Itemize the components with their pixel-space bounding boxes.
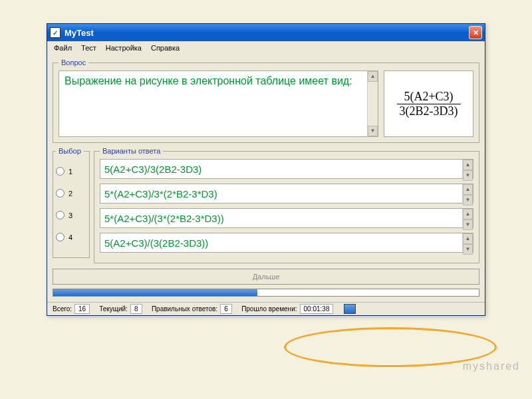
progress-bar <box>53 289 479 297</box>
answers-legend: Варианты ответа <box>100 147 163 155</box>
question-text: Выражение на рисунке в электронной табли… <box>65 75 352 86</box>
progress-fill <box>53 289 257 296</box>
status-correct-value: 6 <box>220 304 232 314</box>
scroll-down-icon[interactable]: ▼ <box>463 219 473 230</box>
status-total-label: Всего: <box>50 304 74 314</box>
answer-scrollbar-4[interactable]: ▲ ▼ <box>462 233 473 252</box>
scroll-up-icon[interactable]: ▲ <box>463 209 473 219</box>
radio-label-3: 3 <box>68 211 72 219</box>
radio-2[interactable] <box>56 189 65 198</box>
answer-text-2: 5*(A2+C3)/3*(2*B2-3*D3) <box>104 188 217 200</box>
choice-row-3[interactable]: 3 <box>56 211 86 219</box>
status-current-value: 8 <box>130 304 142 314</box>
radio-1[interactable] <box>56 167 65 176</box>
menu-help[interactable]: Справка <box>147 43 184 53</box>
app-window: ✓ MyTest ✕ Файл Тест Настройка Справка В… <box>47 23 485 316</box>
close-icon: ✕ <box>473 29 479 37</box>
formula-denominator: 3(2B2-3D3) <box>397 104 461 118</box>
radio-3[interactable] <box>56 211 65 219</box>
scroll-up-icon[interactable]: ▲ <box>463 160 473 170</box>
question-scrollbar[interactable]: ▲ ▼ <box>367 71 378 136</box>
menu-file[interactable]: Файл <box>50 43 76 53</box>
menu-settings[interactable]: Настройка <box>102 43 146 53</box>
scroll-down-icon[interactable]: ▼ <box>463 195 473 205</box>
answer-scrollbar-1[interactable]: ▲ ▼ <box>462 160 473 178</box>
status-total-value: 16 <box>74 304 90 314</box>
scroll-up-icon[interactable]: ▲ <box>368 71 378 82</box>
scroll-up-icon[interactable]: ▲ <box>463 184 473 195</box>
status-bar: Всего: 16 Текущий: 8 Правильных ответов:… <box>47 302 485 315</box>
status-correct-label: Правильных ответов: <box>149 304 220 314</box>
scroll-track[interactable] <box>368 82 378 126</box>
question-group: Вопрос Выражение на рисунке в электронно… <box>53 59 479 143</box>
app-icon: ✓ <box>50 27 61 38</box>
menu-test[interactable]: Тест <box>77 43 100 53</box>
titlebar[interactable]: ✓ MyTest ✕ <box>47 24 485 41</box>
status-current-label: Текущий: <box>96 304 130 314</box>
menu-bar: Файл Тест Настройка Справка <box>47 41 485 55</box>
content-area: Вопрос Выражение на рисунке в электронно… <box>47 55 485 302</box>
answers-group: Варианты ответа 5(A2+C3)/3(2B2-3D3) ▲ ▼ … <box>94 147 479 263</box>
status-time-value: 00:01:38 <box>300 304 334 314</box>
watermark: myshared <box>463 360 520 372</box>
radio-4[interactable] <box>56 233 65 241</box>
formula-image: 5(A2+C3) 3(2B2-3D3) <box>384 70 473 137</box>
radio-label-2: 2 <box>68 190 72 198</box>
answer-box-3: 5*(A2+C3)/(3*(2*B2-3*D3)) ▲ ▼ <box>100 208 473 228</box>
answer-box-4: 5(A2+C3)/(3(2B2-3D3)) ▲ ▼ <box>100 233 473 253</box>
scroll-down-icon[interactable]: ▼ <box>463 244 473 255</box>
choice-group: Выбор 1 2 3 4 <box>53 147 90 258</box>
next-button[interactable]: Дальше <box>53 269 479 285</box>
answer-scrollbar-2[interactable]: ▲ ▼ <box>462 184 473 203</box>
window-title: MyTest <box>65 28 469 38</box>
answer-text-1: 5(A2+C3)/3(2B2-3D3) <box>104 164 201 175</box>
radio-label-4: 4 <box>68 233 72 241</box>
scroll-up-icon[interactable]: ▲ <box>463 233 473 244</box>
choice-legend: Выбор <box>56 147 84 155</box>
answer-scrollbar-3[interactable]: ▲ ▼ <box>462 209 473 227</box>
question-legend: Вопрос <box>59 59 88 66</box>
radio-label-1: 1 <box>68 168 72 176</box>
scroll-down-icon[interactable]: ▼ <box>463 170 473 181</box>
formula-numerator: 5(A2+C3) <box>397 90 461 104</box>
status-color-swatch <box>344 304 356 314</box>
answer-box-1: 5(A2+C3)/3(2B2-3D3) ▲ ▼ <box>100 159 473 179</box>
choice-row-1[interactable]: 1 <box>56 167 86 176</box>
scroll-down-icon[interactable]: ▼ <box>368 126 378 136</box>
choice-row-4[interactable]: 4 <box>56 233 86 241</box>
choice-row-2[interactable]: 2 <box>56 189 86 198</box>
close-button[interactable]: ✕ <box>469 26 482 39</box>
answer-box-2: 5*(A2+C3)/3*(2*B2-3*D3) ▲ ▼ <box>100 184 473 203</box>
answer-text-3: 5*(A2+C3)/(3*(2*B2-3*D3)) <box>104 213 224 224</box>
question-text-box: Выражение на рисунке в электронной табли… <box>59 70 378 137</box>
answer-text-4: 5(A2+C3)/(3(2B2-3D3)) <box>104 237 208 249</box>
status-time-label: Прошло времени: <box>239 304 299 314</box>
